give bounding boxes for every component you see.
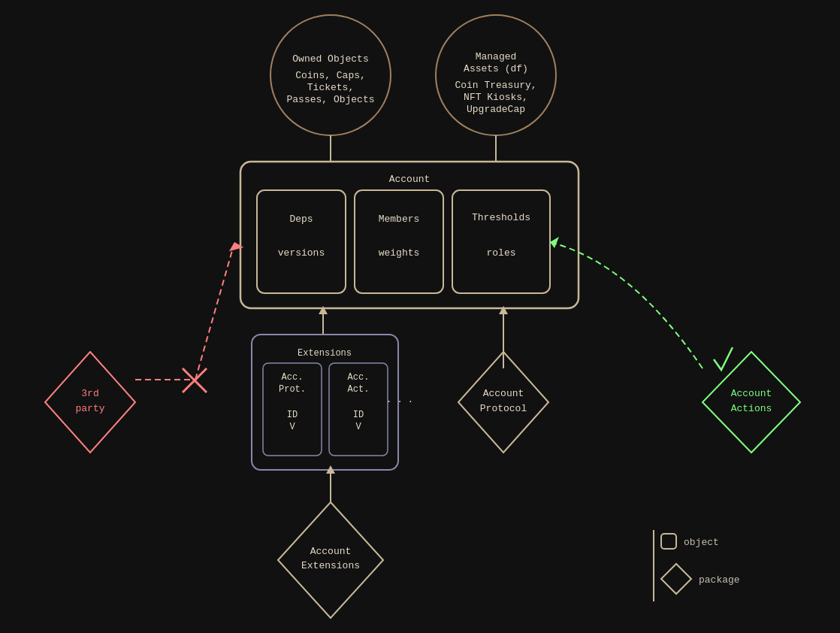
acc-act-v: V — [355, 422, 361, 432]
deps-box — [257, 190, 346, 293]
thresholds-sublabel: roles — [486, 247, 515, 259]
account-actions-label2: Actions — [731, 403, 772, 414]
check-mark — [714, 347, 733, 370]
third-party-label2: party — [75, 403, 104, 414]
diagram-svg: Owned Objects Coins, Caps, Tickets, Pass… — [0, 0, 840, 633]
managed-assets-title2: Assets (df) — [464, 63, 528, 74]
account-actions-label1: Account — [731, 388, 772, 399]
legend-package-label: package — [699, 574, 740, 586]
deps-sublabel: versions — [278, 247, 325, 259]
owned-objects-sub2: Tickets, — [307, 82, 354, 93]
acc-prot-label2: Prot. — [279, 384, 306, 395]
owned-objects-sub3: Passes, Objects — [286, 94, 374, 105]
acc-prot-v: V — [289, 422, 295, 432]
account-extensions-label1: Account — [310, 546, 352, 557]
legend-package-icon — [661, 564, 691, 594]
thresholds-label: Thresholds — [472, 212, 530, 223]
account-label: Account — [389, 174, 431, 185]
legend-object-icon — [661, 534, 676, 549]
actions-arrow-tip — [550, 237, 559, 248]
managed-assets-sub1: Coin Treasury, — [455, 80, 536, 91]
acc-act-label1: Acc. — [348, 372, 370, 383]
extensions-dots: . . . — [386, 395, 413, 405]
acc-prot-label1: Acc. — [282, 372, 304, 383]
managed-assets-circle — [436, 15, 556, 135]
managed-assets-sub3: UpgradeCap — [467, 104, 525, 115]
third-party-line-v — [195, 248, 233, 380]
legend-object-label: object — [684, 537, 719, 548]
actions-to-thresholds-dash — [550, 242, 703, 368]
owned-objects-title: Owned Objects — [292, 53, 368, 65]
proto-to-thresh-arrow — [499, 306, 508, 314]
acc-act-id: ID — [353, 410, 364, 420]
owned-objects-sub1: Coins, Caps, — [295, 70, 366, 81]
ext-to-deps-arrow — [319, 306, 328, 314]
account-extensions-label2: Extensions — [301, 560, 360, 571]
thresholds-box — [452, 190, 550, 293]
managed-assets-sub2: NFT Kiosks, — [464, 92, 528, 103]
account-protocol-label2: Protocol — [480, 403, 527, 414]
managed-assets-title: Managed — [476, 51, 517, 62]
extensions-label: Extensions — [298, 348, 352, 359]
members-box — [355, 190, 443, 293]
account-actions-diamond — [703, 352, 800, 453]
members-label: Members — [379, 214, 420, 225]
deps-label: Deps — [289, 214, 313, 225]
account-protocol-label1: Account — [483, 388, 524, 399]
third-party-label1: 3rd — [81, 388, 98, 399]
third-party-diamond — [45, 352, 135, 453]
acc-prot-id: ID — [287, 410, 298, 420]
members-sublabel: weights — [379, 247, 420, 259]
acc-act-label2: Act. — [348, 384, 370, 395]
